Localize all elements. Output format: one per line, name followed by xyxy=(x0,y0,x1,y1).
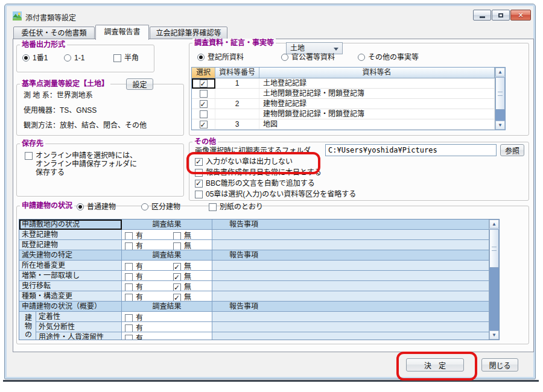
yes-option[interactable]: 有 xyxy=(125,262,143,271)
name-cell: 土地登記記録 xyxy=(259,78,495,89)
status-label: 所在地番変更 xyxy=(19,261,122,271)
equipment-text: 使用機器：TS、GNSS xyxy=(24,106,97,115)
no-option[interactable]: 無 xyxy=(173,282,191,291)
radio-1ban1[interactable]: 1番1 xyxy=(22,54,48,62)
scroll-down-button[interactable]: ▼ xyxy=(489,330,499,340)
report-header: 報告事項 xyxy=(212,302,489,312)
no-option[interactable]: 無 xyxy=(173,231,191,240)
survey-cell: 有 無 xyxy=(122,271,212,281)
checkbox-besshi[interactable]: 別紙のとおり xyxy=(209,203,263,211)
radio-1-1[interactable]: 1-1 xyxy=(64,54,84,62)
no-option[interactable]: 無 xyxy=(173,241,191,250)
folder-path-input[interactable] xyxy=(325,144,497,156)
group-kijunten-title: 基準点測量等設定【土地】 xyxy=(20,80,110,88)
report-cell[interactable] xyxy=(212,322,489,332)
scroll-up-button[interactable]: ▲ xyxy=(489,220,499,229)
number-cell xyxy=(215,109,259,119)
survey-header: 調査結果 xyxy=(122,220,212,230)
close-dialog-button[interactable]: 閉じる xyxy=(481,358,518,371)
report-cell[interactable] xyxy=(212,312,489,322)
report-cell[interactable] xyxy=(212,261,489,271)
checkbox-omit-chapter05[interactable]: 05章は選択(入力)のない資料等区分を省略する xyxy=(195,190,356,198)
radio-touki-shiryou[interactable]: 登記所資料 xyxy=(197,53,244,62)
no-option[interactable]: 無 xyxy=(173,262,191,271)
select-cell xyxy=(192,119,215,130)
checkbox-report-date-today[interactable]: 報告書作成年月日を常に本日とする xyxy=(195,168,322,177)
scrollbar-track[interactable] xyxy=(495,110,505,121)
report-cell[interactable] xyxy=(212,240,489,250)
yes-option[interactable]: 有 xyxy=(125,282,143,291)
observation-method-text: 観測方法：放射、結合、閉合、その他 xyxy=(24,121,147,130)
row-checkbox[interactable] xyxy=(200,110,208,118)
scrollbar-thumb[interactable] xyxy=(489,229,499,268)
status-sub-row: 用途性・人貨滞留性 有 xyxy=(19,332,489,340)
checkbox-icon xyxy=(173,232,181,240)
settei-button[interactable]: 設定 xyxy=(126,78,153,90)
window-bottom-edge xyxy=(3,380,539,382)
yes-option[interactable]: 有 xyxy=(125,334,143,340)
minimize-button[interactable] xyxy=(473,10,491,21)
status-row: 種類・構造変更 有 無 xyxy=(19,291,489,302)
report-cell[interactable] xyxy=(212,291,489,302)
report-cell[interactable] xyxy=(212,230,489,240)
radio-icon xyxy=(281,54,288,61)
scrollbar-track[interactable] xyxy=(489,268,499,330)
browse-button[interactable]: 参照 xyxy=(500,144,524,156)
number-cell: 1 xyxy=(215,78,259,89)
yes-option[interactable]: 有 xyxy=(125,241,143,250)
scrollbar-thumb[interactable] xyxy=(495,77,505,110)
yes-option[interactable]: 有 xyxy=(125,292,143,302)
tab-ininjo-sonota[interactable]: 委任状・その他書類 xyxy=(13,27,95,39)
tab-chousa-houkokusho[interactable]: 調査報告書 xyxy=(95,25,149,40)
report-header: 報告事項 xyxy=(212,220,489,230)
yes-option[interactable]: 有 xyxy=(125,231,143,240)
scroll-up-button[interactable]: ▲ xyxy=(495,68,505,77)
building-group-label: 建物の xyxy=(19,312,36,340)
checkbox-bbc-template[interactable]: BBC雛形の文言を自動で追加する xyxy=(195,179,315,188)
section-header-row: 申請建物の状況（概要） 調査結果 報告事項 xyxy=(19,302,489,312)
radio-kankousho-shiryou[interactable]: 官公署等資料 xyxy=(281,53,335,62)
row-checkbox[interactable] xyxy=(200,121,208,128)
checkbox-hankaku[interactable]: 半角 xyxy=(113,54,139,62)
close-button[interactable]: ✕ xyxy=(510,10,531,21)
checkbox-omit-empty-chapter[interactable]: 入力がない章は出力しない xyxy=(195,157,293,166)
report-cell[interactable] xyxy=(212,332,489,340)
radio-icon xyxy=(141,203,148,210)
tab-tachiai-kiroku[interactable]: 立会記録筆界確認等 xyxy=(150,27,227,39)
radio-sonota-jijitsu[interactable]: その他の事実等 xyxy=(358,53,419,62)
maximize-button[interactable] xyxy=(492,10,510,21)
survey-cell: 有 xyxy=(122,322,212,332)
ok-button[interactable]: 決 定 xyxy=(406,358,464,371)
checkbox-icon xyxy=(125,335,133,341)
checkbox-icon xyxy=(173,294,181,302)
report-cell[interactable] xyxy=(212,271,489,281)
row-checkbox[interactable] xyxy=(200,100,208,108)
section-header-row: 申請敷地内の状況 調査結果 報告事項 xyxy=(19,220,489,230)
radio-kubun-tatemono[interactable]: 区分建物 xyxy=(141,203,180,211)
report-cell[interactable] xyxy=(212,281,489,291)
checkbox-icon xyxy=(125,273,133,281)
category-select[interactable]: 土地 xyxy=(286,42,343,54)
scroll-down-button[interactable]: ▼ xyxy=(495,121,505,130)
radio-futsuu-tatemono[interactable]: 普通建物 xyxy=(77,203,116,211)
checkbox-icon xyxy=(125,283,133,291)
checkbox-online-save[interactable]: オンライン申請を選択時には、 オンライン申請保存フォルダに 保存する xyxy=(25,151,137,177)
status-label: 増築・一部取壊し xyxy=(19,271,122,281)
yes-option[interactable]: 有 xyxy=(125,323,143,332)
no-option[interactable]: 無 xyxy=(173,272,191,281)
checkbox-icon xyxy=(113,54,121,62)
no-option[interactable]: 無 xyxy=(173,292,191,302)
status-label: 用途性・人貨滞留性 xyxy=(36,332,122,340)
survey-cell: 有 xyxy=(122,312,212,322)
number-cell xyxy=(215,89,259,99)
checkbox-icon xyxy=(173,283,181,291)
yes-option[interactable]: 有 xyxy=(125,313,143,322)
status-label: 外気分断性 xyxy=(36,322,122,332)
radio-icon xyxy=(77,203,84,210)
table-row: 土地閉鎖登記記録・閉鎖登記簿 xyxy=(192,89,495,99)
dialog-window: 添付書類等設定 ✕ 委任状・その他書類 調査報告書 立会記録筆界確認等 地番出力… xyxy=(4,4,536,379)
row-checkbox[interactable] xyxy=(200,90,208,98)
row-checkbox[interactable] xyxy=(200,80,208,87)
yes-option[interactable]: 有 xyxy=(125,272,143,281)
checkbox-icon xyxy=(195,169,203,177)
